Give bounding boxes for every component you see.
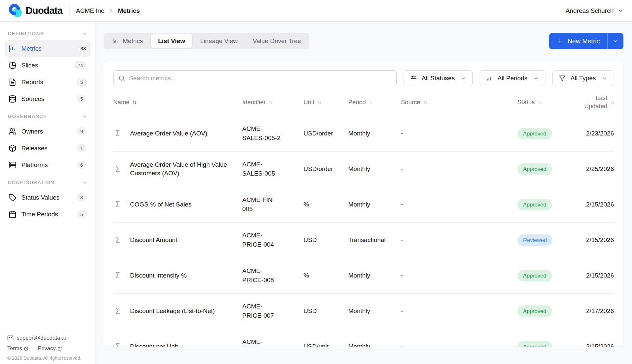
view-tab[interactable]: List View	[151, 34, 192, 48]
view-tab[interactable]: Lineage View	[193, 34, 245, 48]
chevron-right-icon	[108, 8, 114, 14]
metric-name-cell: Σ COGS % of Net Sales	[113, 200, 242, 209]
sidebar-section-header[interactable]: CONFIGURATION	[5, 173, 91, 189]
column-header[interactable]: Name ↑↓	[113, 99, 242, 106]
column-header-label: Source	[401, 99, 420, 106]
app-logo[interactable]: Duodata	[9, 4, 63, 18]
column-header-label: Status	[517, 99, 535, 106]
status-badge: Approved	[517, 305, 552, 317]
user-menu[interactable]: Andreas Schurch	[566, 7, 623, 14]
filter-dropdown[interactable]: All Types	[552, 70, 614, 86]
footer-links: Terms Privacy	[7, 345, 88, 352]
status-cell: Approved	[510, 305, 560, 317]
status-cell: Approved	[510, 341, 560, 347]
unit-cell: %	[303, 272, 348, 279]
footer-link[interactable]: Terms	[7, 345, 29, 352]
status-cell: Approved	[510, 128, 560, 139]
breadcrumb: ACME Inc Metrics	[76, 7, 140, 14]
sidebar-item[interactable]: Sources 5	[5, 90, 91, 107]
column-header[interactable]: Last Updated ↑↓	[560, 94, 614, 110]
column-header[interactable]: Period ↑↓	[348, 99, 401, 106]
sidebar-item[interactable]: Status Values 3	[5, 189, 91, 206]
file-text-icon	[9, 78, 16, 86]
column-header-label: Identifier	[242, 99, 266, 106]
last-updated-cell: 2/17/2026	[560, 307, 614, 315]
status-cell: Approved	[510, 199, 560, 210]
column-header-label: Period	[348, 99, 366, 106]
period-cell: Monthly	[348, 130, 401, 137]
column-header[interactable]: Status ↑↓	[510, 99, 560, 106]
bar-chart-icon	[112, 38, 119, 45]
sidebar-item[interactable]: Reports 5	[5, 74, 91, 90]
sidebar: DEFINITIONS	[0, 22, 95, 364]
view-tab-label: List View	[158, 37, 185, 45]
count-badge: 9	[77, 127, 87, 135]
table-header: Name ↑↓ Identifier ↑↓ Unit ↑↓ Perio	[113, 86, 614, 116]
filter-dropdown-label: All Periods	[497, 75, 527, 82]
sidebar-section-label: DEFINITIONS	[8, 31, 44, 36]
copyright: © 2026 Duodata. All rights reserved.	[7, 355, 88, 361]
search-input[interactable]	[113, 70, 397, 86]
sort-icon: ↑↓	[610, 99, 614, 105]
sigma-icon: Σ	[113, 236, 122, 244]
table-row[interactable]: Σ Discount Leakage (List-to-Net) ACME-PR…	[113, 294, 614, 329]
new-metric-main[interactable]: New Metric	[549, 33, 607, 49]
last-updated-cell: 2/23/2026	[560, 130, 614, 137]
column-header[interactable]: Identifier ↑↓	[242, 99, 303, 106]
chevron-down-icon	[533, 76, 539, 81]
sidebar-item-label: Platforms	[21, 161, 48, 169]
sidebar-section-header[interactable]: GOVERNANCE	[5, 107, 91, 123]
breadcrumb-org[interactable]: ACME Inc	[76, 7, 104, 14]
calendar-icon	[9, 210, 16, 218]
sidebar-item[interactable]: Time Periods 5	[5, 206, 91, 223]
period-cell: Monthly	[348, 201, 401, 208]
mail-icon	[7, 335, 13, 341]
view-tab[interactable]: Value Driver Tree	[246, 34, 308, 48]
view-tab[interactable]: Metrics	[105, 34, 150, 48]
period-cell: Monthly	[348, 272, 401, 279]
sidebar-item[interactable]: Releases 1	[5, 140, 91, 157]
sidebar-item[interactable]: Slices 24	[5, 57, 91, 74]
sidebar-item[interactable]: Platforms 6	[5, 157, 91, 173]
footer-link[interactable]: Privacy	[38, 345, 62, 352]
sidebar-item[interactable]: Owners 9	[5, 123, 91, 140]
chevron-down-icon	[82, 180, 87, 185]
top-bar: Duodata ACME Inc Metrics Andreas Schurch	[0, 0, 632, 22]
status-badge: Approved	[517, 199, 552, 210]
metric-name-cell: Σ Average Order Value (AOV)	[113, 129, 242, 138]
breadcrumb-page: Metrics	[118, 7, 140, 14]
sigma-icon: Σ	[113, 272, 122, 279]
footer-link-label: Terms	[7, 345, 22, 352]
new-metric-button[interactable]: New Metric	[549, 33, 623, 49]
source-cell: -	[401, 235, 510, 245]
filter-dropdown[interactable]: All Statuses	[404, 70, 473, 86]
count-badge: 24	[74, 61, 87, 69]
main-content: Metrics List View Lineage View V	[95, 22, 632, 364]
sidebar-footer: support@duodata.ai Terms Privacy	[5, 329, 91, 364]
table-row[interactable]: Σ Discount per Unit ACME-PRICE-010 USD/u…	[113, 329, 614, 347]
unit-cell: USD/unit	[303, 343, 348, 347]
sigma-icon: Σ	[113, 343, 122, 347]
table-row[interactable]: Σ Average Order Value of High Value Cust…	[113, 152, 614, 187]
column-header[interactable]: Source ↑↓	[401, 99, 510, 106]
sort-icon: ↑↓	[317, 99, 321, 105]
status-badge: Approved	[517, 128, 552, 139]
sidebar-item[interactable]: Metrics 33	[5, 40, 91, 57]
metrics-card: All Statuses All Periods	[104, 61, 623, 347]
new-metric-dropdown[interactable]	[608, 33, 623, 49]
column-header[interactable]: Unit ↑↓	[303, 99, 348, 106]
table-row[interactable]: Σ COGS % of Net Sales ACME-FIN-005 % Mon…	[113, 187, 614, 223]
table-row[interactable]: Σ Average Order Value (AOV) ACME-SALES-0…	[113, 116, 614, 152]
users-icon	[9, 128, 16, 135]
table-row[interactable]: Σ Discount Amount ACME-PRICE-004 USD Tra…	[113, 223, 614, 258]
sidebar-section-header[interactable]: DEFINITIONS	[5, 24, 91, 40]
sigma-icon: Σ	[113, 130, 122, 137]
identifier-cell: ACME-PRICE-010	[242, 337, 303, 347]
support-email[interactable]: support@duodata.ai	[7, 335, 88, 341]
chevron-down-icon	[461, 76, 466, 81]
status-badge: Approved	[517, 163, 552, 175]
count-badge: 5	[77, 210, 87, 218]
filter-dropdown[interactable]: All Periods	[480, 70, 545, 86]
sigma-icon: Σ	[113, 307, 122, 315]
table-row[interactable]: Σ Discount Intensity % ACME-PRICE-008 % …	[113, 258, 614, 294]
